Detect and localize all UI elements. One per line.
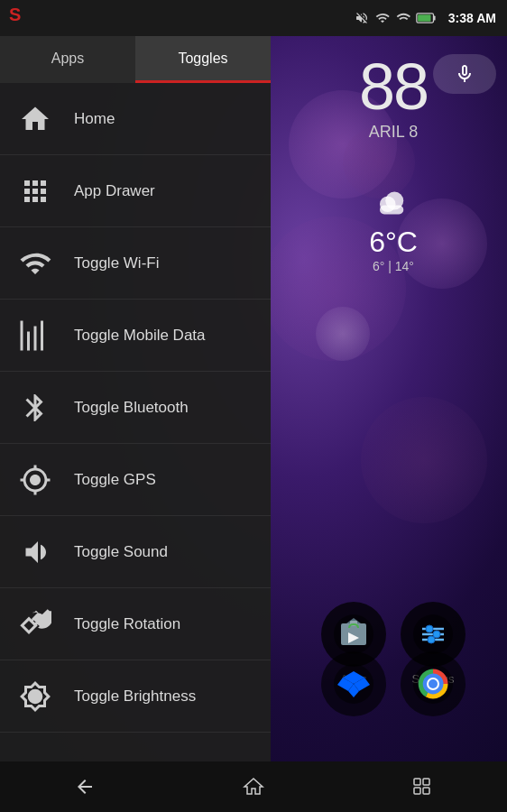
tab-toggles[interactable]: Toggles (135, 36, 271, 83)
sound-label: Toggle Sound (74, 543, 168, 561)
bluetooth-label: Toggle Bluetooth (74, 399, 189, 417)
recents-button[interactable] (400, 769, 445, 805)
svg-rect-26 (414, 779, 420, 785)
brightness-menu-icon (19, 680, 51, 713)
svg-rect-7 (341, 623, 366, 645)
clock-date: ARIL 8 (369, 123, 418, 142)
status-time: 3:38 AM (448, 11, 496, 25)
bokeh-6 (361, 397, 487, 523)
signal-icon-container (14, 315, 56, 356)
mute-icon (355, 11, 369, 25)
grid-menu-icon (19, 175, 51, 208)
gps-menu-icon (19, 464, 51, 496)
svg-point-25 (429, 679, 438, 688)
clock-time: 88 (359, 54, 428, 119)
weather-temp: 6°C (369, 226, 418, 259)
menu-item-wifi[interactable]: Toggle Wi-Fi (0, 227, 271, 300)
bluetooth-menu-icon (19, 392, 51, 424)
tabs-bar: Apps Toggles (0, 36, 271, 83)
bottom-dock (280, 651, 507, 716)
menu-item-rotation[interactable]: Toggle Rotation (0, 588, 271, 660)
home-icon-container (14, 98, 56, 140)
wifi-status-icon (374, 11, 391, 25)
recents-icon (411, 776, 433, 798)
svg-point-15 (428, 636, 435, 643)
rotation-label: Toggle Rotation (74, 615, 180, 633)
svg-rect-1 (433, 15, 435, 20)
chrome-svg (413, 664, 453, 704)
signal-icon (396, 11, 410, 25)
home-label: Home (74, 110, 115, 128)
chrome-icon[interactable] (401, 651, 466, 716)
dropbox-svg (334, 664, 373, 704)
svg-rect-29 (423, 788, 429, 794)
tab-apps[interactable]: Apps (0, 36, 135, 83)
svg-point-13 (426, 625, 433, 632)
svg-rect-2 (418, 14, 430, 22)
clock-widget: 88 ARIL 8 (280, 54, 507, 142)
back-icon (74, 776, 96, 798)
wifi-icon-container (14, 243, 56, 284)
home-nav-icon (243, 776, 264, 798)
weather-icon (371, 180, 416, 226)
weather-widget: 6°C 6° | 14° (280, 180, 507, 273)
app-logo: S (9, 5, 21, 25)
wifi-label: Toggle Wi-Fi (74, 254, 159, 272)
svg-rect-27 (414, 788, 420, 794)
settings-icon (413, 614, 453, 654)
svg-rect-5 (380, 206, 403, 215)
bottom-navigation (0, 761, 507, 812)
play-store-icon (334, 614, 373, 654)
rotation-icon-container (14, 604, 56, 645)
back-button[interactable] (62, 769, 107, 805)
menu-item-sound[interactable]: Toggle Sound (0, 516, 271, 588)
brightness-label: Toggle Brightness (74, 687, 196, 706)
dropbox-icon[interactable] (321, 651, 386, 716)
home-menu-icon (19, 103, 51, 135)
sound-menu-icon (19, 536, 51, 568)
app-drawer-label: App Drawer (74, 182, 155, 200)
cloud-icon (375, 185, 411, 221)
bluetooth-icon-container (14, 387, 56, 429)
drawer-panel: Apps Toggles Home App Drawer (0, 36, 271, 776)
weather-range: 6° | 14° (373, 259, 414, 273)
mobile-data-label: Toggle Mobile Data (74, 327, 206, 345)
menu-item-gps[interactable]: Toggle GPS (0, 444, 271, 516)
battery-icon (416, 12, 436, 24)
menu-item-bluetooth[interactable]: Toggle Bluetooth (0, 372, 271, 444)
signal-menu-icon (19, 319, 51, 352)
wifi-menu-icon (19, 247, 51, 280)
menu-list: Home App Drawer Toggle Wi-Fi (0, 83, 271, 776)
menu-item-app-drawer[interactable]: App Drawer (0, 155, 271, 227)
menu-item-mobile-data[interactable]: Toggle Mobile Data (0, 300, 271, 372)
menu-item-brightness[interactable]: Toggle Brightness (0, 660, 271, 733)
svg-rect-28 (423, 779, 429, 785)
gps-label: Toggle GPS (74, 471, 156, 489)
status-bar: 3:38 AM (0, 0, 507, 36)
app-drawer-icon-container (14, 171, 56, 212)
sound-icon-container (14, 531, 56, 573)
rotation-menu-icon (19, 608, 51, 641)
svg-point-14 (433, 631, 440, 638)
status-icons: 3:38 AM (355, 11, 496, 25)
menu-item-home[interactable]: Home (0, 83, 271, 155)
gps-icon-container (14, 459, 56, 501)
home-button[interactable] (231, 769, 276, 805)
bokeh-5 (316, 307, 370, 361)
brightness-icon-container (14, 676, 56, 717)
